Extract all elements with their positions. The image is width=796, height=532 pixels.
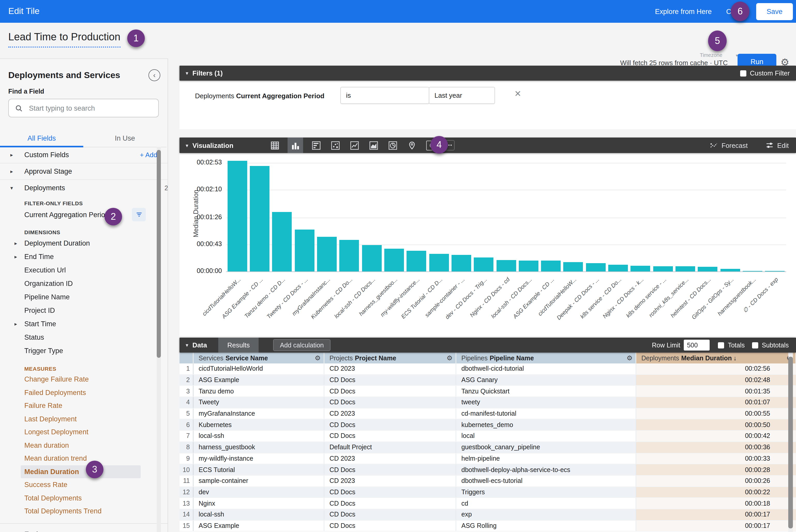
viz-type-column-icon[interactable] bbox=[288, 137, 303, 153]
table-row[interactable]: 5myGrafanaInstanceCD 2023cd-manifest-tut… bbox=[180, 408, 796, 420]
bar[interactable] bbox=[227, 161, 247, 271]
bar[interactable] bbox=[362, 245, 382, 271]
bar[interactable] bbox=[653, 267, 673, 271]
group-approval-stage[interactable]: Approval Stage bbox=[0, 164, 168, 180]
filter-operator-select[interactable]: is bbox=[340, 87, 429, 104]
table-row[interactable]: 3Tanzu demoCD DocsTanzu Quickstart00:01:… bbox=[180, 386, 796, 397]
bar[interactable] bbox=[586, 263, 606, 271]
filter-value-input[interactable]: Last year bbox=[429, 87, 495, 104]
bar[interactable] bbox=[429, 254, 449, 271]
bar[interactable] bbox=[384, 249, 404, 271]
column-header[interactable]: DeploymentsMedian Duration↓⚙ bbox=[636, 353, 796, 363]
field-item[interactable]: Total Deployments Trend bbox=[0, 505, 168, 518]
subtotals-toggle[interactable]: Subtotals bbox=[752, 341, 789, 349]
sidebar-scrollbar-thumb[interactable] bbox=[157, 150, 161, 358]
column-header[interactable]: ServicesService Name⚙ bbox=[193, 353, 324, 363]
timezone-dropdown[interactable]: Timezone▾ bbox=[700, 52, 738, 58]
visualization-section-header[interactable]: Visualization bbox=[180, 137, 796, 153]
column-gear-icon[interactable]: ⚙ bbox=[315, 354, 321, 362]
table-scrollbar-thumb[interactable] bbox=[788, 357, 793, 528]
viz-type-line-icon[interactable] bbox=[348, 137, 361, 153]
column-gear-icon[interactable]: ⚙ bbox=[447, 354, 452, 362]
field-item[interactable]: Longest Deployment bbox=[0, 425, 168, 439]
save-button[interactable]: Save bbox=[756, 3, 793, 20]
table-row[interactable]: 13NginxCD Docscd00:00:18 bbox=[180, 498, 796, 509]
field-item[interactable]: Failed Deployments bbox=[0, 386, 168, 399]
bar[interactable] bbox=[608, 264, 628, 271]
column-header[interactable]: PipelinesPipeline Name⚙ bbox=[456, 353, 636, 363]
field-item[interactable]: Execution Url bbox=[0, 263, 168, 277]
search-input[interactable] bbox=[28, 104, 149, 112]
tab-all-fields[interactable]: All Fields bbox=[0, 132, 83, 147]
viz-type-scatter-icon[interactable] bbox=[329, 137, 341, 153]
bar[interactable] bbox=[765, 271, 785, 271]
table-row[interactable]: 14local-sshCD Docsexp00:00:17 bbox=[180, 509, 796, 520]
row-limit-input[interactable] bbox=[684, 340, 710, 350]
bar[interactable] bbox=[631, 266, 650, 271]
bar[interactable] bbox=[563, 262, 583, 271]
viz-type-pie-icon[interactable] bbox=[387, 137, 399, 153]
bar[interactable] bbox=[519, 261, 538, 271]
viz-type-map-icon[interactable] bbox=[406, 137, 418, 153]
viz-type-table-icon[interactable] bbox=[269, 137, 281, 153]
bar[interactable] bbox=[317, 237, 337, 271]
viz-type-area-icon[interactable] bbox=[368, 137, 380, 153]
field-item[interactable]: Start Time bbox=[0, 317, 168, 330]
bar[interactable] bbox=[339, 240, 359, 272]
bar[interactable] bbox=[451, 255, 471, 271]
field-item[interactable]: Pipeline Name bbox=[0, 290, 168, 303]
bar[interactable] bbox=[272, 212, 292, 271]
bar[interactable] bbox=[474, 258, 494, 271]
table-row[interactable]: 6KubernetesCD Docskubernetes_demo00:00:5… bbox=[180, 420, 796, 431]
bar[interactable] bbox=[407, 251, 426, 271]
totals-checkbox[interactable] bbox=[718, 342, 724, 348]
field-item[interactable]: Change Failure Rate bbox=[0, 373, 168, 386]
table-row[interactable]: 9my-wildfly-instanceCD 2023helm-pipeline… bbox=[180, 453, 796, 464]
column-gear-icon[interactable]: ⚙ bbox=[627, 354, 633, 362]
table-row[interactable]: 4TweetyCD Docstweety00:01:07 bbox=[180, 397, 796, 408]
add-custom-field-button[interactable]: + Add bbox=[140, 151, 157, 159]
bar[interactable] bbox=[720, 269, 740, 271]
subtotals-checkbox[interactable] bbox=[752, 342, 758, 348]
field-current-aggregation-period[interactable]: Current Aggregation Period bbox=[0, 207, 168, 222]
field-item[interactable]: Project ID bbox=[0, 303, 168, 317]
field-item[interactable]: Organization ID bbox=[0, 277, 168, 290]
table-row[interactable]: 2ASG ExampleCD DocsASG Canary00:02:48 bbox=[180, 375, 796, 386]
bar[interactable] bbox=[743, 271, 762, 271]
explore-from-here-link[interactable]: Explore from Here bbox=[655, 7, 712, 15]
group-clipped[interactable]: Environments bbox=[0, 526, 168, 532]
filter-by-field-button[interactable] bbox=[132, 208, 146, 221]
field-item[interactable]: Mean duration bbox=[0, 439, 168, 452]
field-item[interactable]: Median Duration bbox=[21, 465, 141, 478]
table-row[interactable]: 11sample-containerCD 2023dbothwell-ecs-t… bbox=[180, 476, 796, 487]
bar[interactable] bbox=[675, 267, 695, 271]
remove-filter-icon[interactable] bbox=[515, 88, 521, 99]
viz-edit-button[interactable]: Edit bbox=[765, 141, 789, 149]
field-item[interactable]: Success Rate bbox=[0, 478, 168, 491]
field-item[interactable]: Deployment Duration bbox=[0, 236, 168, 250]
bar[interactable] bbox=[541, 261, 561, 271]
table-row[interactable]: 10ECS TutorialCD Docsdbothwell-deploy-al… bbox=[180, 464, 796, 475]
table-row[interactable]: 15ASG ExampleCD DocsASG Rolling00:00:17 bbox=[180, 520, 796, 531]
data-section-header[interactable]: Data Results Add calculation Row Limit T… bbox=[180, 338, 796, 353]
field-item[interactable]: Failure Rate bbox=[0, 399, 168, 412]
field-item[interactable]: End Time bbox=[0, 250, 168, 263]
tab-results[interactable]: Results bbox=[218, 338, 259, 353]
filters-section-header[interactable]: Filters (1) Custom Filter bbox=[180, 66, 796, 81]
table-row[interactable]: 12devCD DocsTriggers00:00:22 bbox=[180, 487, 796, 498]
column-header[interactable]: ProjectsProject Name⚙ bbox=[324, 353, 456, 363]
add-calculation-button[interactable]: Add calculation bbox=[273, 339, 331, 351]
tile-title-input[interactable]: Lead Time to Production bbox=[8, 31, 121, 48]
group-deployments[interactable]: Deployments 2 bbox=[0, 180, 168, 196]
viz-type-bar-icon[interactable] bbox=[310, 137, 322, 153]
field-item[interactable]: Trigger Type bbox=[0, 344, 168, 357]
custom-filter-toggle[interactable]: Custom Filter bbox=[740, 69, 790, 77]
collapse-sidebar-icon[interactable] bbox=[148, 69, 160, 81]
table-row[interactable]: 7local-sshCD Docslocal00:00:42 bbox=[180, 431, 796, 442]
table-row[interactable]: 8harness_guestbookDefault Projectguestbo… bbox=[180, 442, 796, 453]
group-custom-fields[interactable]: Custom Fields + Add bbox=[0, 147, 168, 164]
bar[interactable] bbox=[698, 267, 718, 271]
custom-filter-checkbox[interactable] bbox=[740, 70, 746, 76]
table-row[interactable]: 1cicdTutorialHelloWorldCD 2023dbothwell-… bbox=[180, 363, 796, 375]
forecast-button[interactable]: Forecast bbox=[710, 141, 748, 149]
